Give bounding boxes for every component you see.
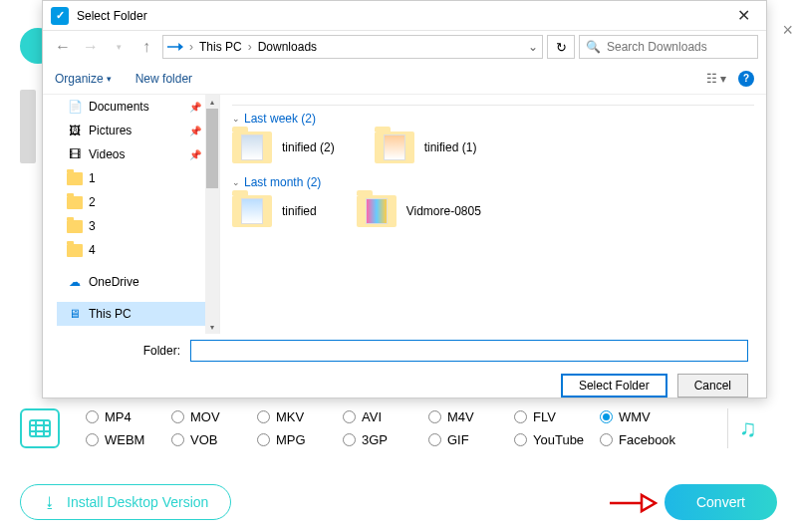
folder-item[interactable]: Vidmore-0805 — [357, 195, 481, 227]
folder-item[interactable]: tinified (2) — [232, 132, 335, 163]
format-m4v[interactable]: M4V — [428, 409, 514, 424]
radio-icon — [343, 433, 356, 446]
tree-folder-2[interactable]: 2 — [57, 190, 219, 214]
chevron-right-icon: › — [244, 40, 256, 54]
search-input[interactable] — [607, 40, 756, 54]
format-vob[interactable]: VOB — [171, 432, 257, 447]
cancel-button[interactable]: Cancel — [677, 374, 748, 398]
format-label: MKV — [276, 409, 304, 424]
format-youtube[interactable]: YouTube — [514, 432, 600, 447]
tree-documents[interactable]: 📄Documents📌 — [57, 95, 219, 119]
app-icon: ✓ — [51, 7, 69, 25]
folder-input[interactable] — [190, 340, 748, 362]
format-flv[interactable]: FLV — [514, 409, 600, 424]
folder-icon — [67, 172, 83, 185]
chevron-down-icon: ▾ — [107, 74, 112, 84]
refresh-icon[interactable]: ↻ — [547, 35, 575, 59]
radio-icon — [514, 433, 527, 446]
folder-icon — [67, 220, 83, 233]
format-label: VOB — [190, 432, 217, 447]
pin-icon: 📌 — [189, 126, 201, 136]
format-label: FLV — [533, 409, 556, 424]
radio-icon — [428, 433, 441, 446]
radio-icon — [428, 410, 441, 423]
format-webm[interactable]: WEBM — [86, 432, 171, 447]
music-icon[interactable]: ♫ — [727, 408, 767, 448]
radio-icon — [600, 410, 613, 423]
tree-videos[interactable]: 🎞Videos📌 — [57, 142, 219, 166]
footer: ⭳ Install Desktop Version Convert — [20, 484, 777, 520]
format-avi[interactable]: AVI — [343, 409, 428, 424]
location-arrow-icon — [167, 39, 183, 55]
tree-pictures[interactable]: 🖼Pictures📌 — [57, 119, 219, 142]
folder-icon — [375, 132, 414, 163]
format-gif[interactable]: GIF — [428, 432, 514, 447]
format-label: M4V — [447, 409, 474, 424]
folder-item[interactable]: tinified (1) — [375, 132, 477, 163]
folder-item[interactable]: tinified — [232, 195, 317, 227]
group-last-week[interactable]: ⌄Last week (2) — [232, 112, 754, 126]
chevron-down-icon: ⌄ — [232, 177, 240, 187]
svg-rect-0 — [30, 420, 50, 436]
view-options-icon[interactable]: ☷ ▾ — [706, 72, 726, 86]
organize-menu[interactable]: Organize▾ — [55, 72, 112, 86]
pin-icon: 📌 — [189, 149, 201, 160]
format-mkv[interactable]: MKV — [257, 409, 343, 424]
chevron-down-icon: ⌄ — [232, 114, 240, 124]
format-label: YouTube — [533, 432, 584, 447]
nav-tree: 📄Documents📌 🖼Pictures📌 🎞Videos📌 1 2 3 4 … — [43, 95, 220, 334]
up-icon[interactable]: ↑ — [134, 35, 158, 59]
scroll-up-icon[interactable]: ▴ — [205, 95, 219, 109]
onedrive-icon: ☁ — [67, 274, 83, 290]
folder-icon — [232, 195, 272, 227]
tree-folder-4[interactable]: 4 — [57, 238, 219, 262]
format-label: Facebook — [619, 432, 675, 447]
chevron-down-icon[interactable]: ⌄ — [528, 40, 538, 54]
close-icon[interactable]: ✕ — [728, 1, 758, 31]
select-folder-button[interactable]: Select Folder — [561, 374, 667, 398]
group-last-month[interactable]: ⌄Last month (2) — [232, 175, 754, 189]
forward-icon[interactable]: → — [79, 35, 103, 59]
video-icon[interactable] — [20, 408, 60, 448]
tree-folder-1[interactable]: 1 — [57, 166, 219, 190]
format-mpg[interactable]: MPG — [257, 432, 343, 447]
folder-label: Folder: — [61, 344, 180, 358]
format-label: MP4 — [105, 409, 132, 424]
format-wmv[interactable]: WMV — [600, 409, 685, 424]
page-close-icon[interactable]: × — [782, 20, 793, 41]
sidebar-scrollbar[interactable]: ▴ ▾ — [205, 95, 219, 334]
format-label: AVI — [362, 409, 382, 424]
dialog-titlebar: ✓ Select Folder ✕ — [43, 1, 766, 31]
help-icon[interactable]: ? — [738, 71, 754, 87]
tree-onedrive[interactable]: ☁OneDrive — [57, 270, 219, 294]
download-icon: ⭳ — [43, 494, 57, 510]
format-label: 3GP — [362, 432, 388, 447]
scroll-down-icon[interactable]: ▾ — [205, 320, 219, 334]
install-desktop-button[interactable]: ⭳ Install Desktop Version — [20, 484, 231, 520]
back-icon[interactable]: ← — [51, 35, 75, 59]
format-3gp[interactable]: 3GP — [343, 432, 428, 447]
videos-icon: 🎞 — [67, 146, 83, 162]
documents-icon: 📄 — [67, 99, 83, 115]
folder-icon — [232, 132, 272, 163]
tree-this-pc[interactable]: 🖥This PC — [57, 302, 219, 326]
search-box[interactable]: 🔍 — [579, 35, 758, 59]
scroll-thumb[interactable] — [206, 109, 218, 188]
breadcrumb-root[interactable]: This PC — [199, 40, 242, 54]
convert-button[interactable]: Convert — [664, 484, 777, 520]
tree-folder-3[interactable]: 3 — [57, 214, 219, 238]
breadcrumb[interactable]: › This PC › Downloads ⌄ — [162, 35, 543, 59]
new-folder-button[interactable]: New folder — [135, 72, 192, 86]
format-label: WMV — [619, 409, 651, 424]
recent-dropdown-icon[interactable]: ▾ — [107, 35, 131, 59]
radio-icon — [171, 433, 184, 446]
format-facebook[interactable]: Facebook — [600, 432, 685, 447]
radio-icon — [514, 410, 527, 423]
format-mp4[interactable]: MP4 — [86, 409, 171, 424]
select-folder-dialog: ✓ Select Folder ✕ ← → ▾ ↑ › This PC › Do… — [42, 0, 767, 399]
breadcrumb-current[interactable]: Downloads — [258, 40, 317, 54]
pictures-icon: 🖼 — [67, 123, 83, 138]
format-grid: MP4MOVMKVAVIM4VFLVWMV WEBMVOBMPG3GPGIFYo… — [86, 409, 685, 447]
radio-icon — [343, 410, 356, 423]
format-mov[interactable]: MOV — [171, 409, 257, 424]
